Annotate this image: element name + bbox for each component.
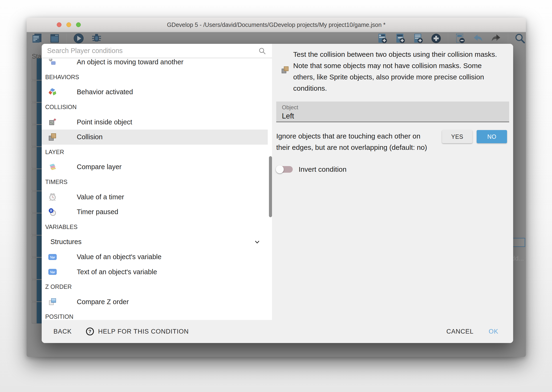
section-header: POSITION <box>42 309 272 320</box>
description-line: Note that some objects may not have coll… <box>293 60 509 71</box>
section-header: BEHAVIORS <box>42 70 272 85</box>
var-icon: Var <box>48 268 57 276</box>
event-row-sliver <box>32 103 42 124</box>
add-button-fragment: dd... <box>511 255 524 262</box>
desktop: GDevelop 5 - /Users/david/Documents/GDev… <box>0 0 552 392</box>
close-button[interactable] <box>57 22 62 27</box>
search-input[interactable] <box>42 44 272 58</box>
condition-item[interactable]: Structures <box>42 234 268 250</box>
add-event-icon[interactable] <box>376 33 389 44</box>
search-row <box>42 44 272 58</box>
condition-label: Compare Z order <box>77 298 129 306</box>
timer-paused-icon <box>48 208 57 216</box>
condition-item[interactable]: Timer paused <box>42 204 268 220</box>
invert-condition-toggle[interactable] <box>276 166 293 173</box>
event-row-sliver <box>32 58 42 80</box>
event-row-sliver <box>32 81 42 102</box>
object-field-value[interactable]: Left <box>282 112 294 120</box>
invert-condition-label: Invert condition <box>299 164 346 175</box>
event-row-sliver <box>32 191 42 213</box>
condition-label: Compare layer <box>77 163 122 171</box>
toolbar-separator <box>448 33 448 44</box>
description-line: Test the collision between two objects u… <box>293 49 509 60</box>
scene-editor-icon[interactable] <box>48 33 61 44</box>
help-button-label: HELP FOR THIS CONDITION <box>98 328 189 335</box>
event-row-sliver <box>32 280 42 301</box>
add-subevent-icon[interactable] <box>394 33 407 44</box>
yes-button[interactable]: YES <box>442 130 472 143</box>
chevron-down-icon[interactable] <box>254 238 261 245</box>
cancel-button[interactable]: CANCEL <box>441 325 479 338</box>
event-row-sliver <box>32 125 42 146</box>
layers-icon <box>48 163 57 171</box>
section-header: Z ORDER <box>42 279 272 294</box>
minimize-button[interactable] <box>66 22 71 27</box>
project-manager-icon[interactable] <box>30 33 43 44</box>
event-row-sliver <box>32 147 42 168</box>
undo-icon[interactable] <box>471 33 485 44</box>
collision-icon <box>48 133 57 141</box>
list-scrollbar[interactable] <box>269 156 272 217</box>
condition-details-panel: Test the collision between two objects u… <box>272 44 513 320</box>
titlebar[interactable]: GDevelop 5 - /Users/david/Documents/GDev… <box>27 18 526 32</box>
ok-button[interactable]: OK <box>483 325 504 338</box>
toggle-thumb[interactable] <box>276 165 284 173</box>
add-more-events-icon[interactable] <box>429 33 443 44</box>
condition-label: Point inside object <box>77 118 132 126</box>
debug-icon[interactable] <box>90 33 103 44</box>
delete-event-icon[interactable] <box>454 33 467 44</box>
help-button[interactable]: ? HELP FOR THIS CONDITION <box>80 324 194 339</box>
condition-label: Timer paused <box>77 208 118 216</box>
timer-icon <box>48 193 57 201</box>
svg-text:Var: Var <box>50 255 55 259</box>
back-button[interactable]: BACK <box>48 325 77 338</box>
description-line: others, like Sprite objects, also provid… <box>293 71 509 83</box>
behavior-icon <box>48 88 57 96</box>
condition-item[interactable]: VarText of an object's variable <box>42 264 268 279</box>
condition-label: Value of a timer <box>77 193 124 201</box>
point-inside-icon <box>48 118 57 126</box>
description-line: conditions. <box>293 83 509 94</box>
search-icon <box>258 47 266 55</box>
section-header: TIMERS <box>42 175 272 190</box>
moving-toward-icon <box>48 59 57 66</box>
help-icon: ? <box>85 327 94 336</box>
redo-icon[interactable] <box>489 33 503 44</box>
condition-item[interactable]: Compare Z order <box>42 294 268 309</box>
condition-item[interactable]: Compare layer <box>42 160 268 175</box>
condition-item[interactable]: Collision <box>42 130 268 145</box>
no-button[interactable]: NO <box>477 130 507 143</box>
conditions-list: An object is moving toward anotherBEHAVI… <box>42 59 272 320</box>
condition-label: An object is moving toward another <box>77 59 183 66</box>
condition-label: Behavior activated <box>77 88 133 96</box>
zoom-button[interactable] <box>76 22 81 27</box>
window-title: GDevelop 5 - /Users/david/Documents/GDev… <box>27 18 526 32</box>
condition-label: Value of an object's variable <box>77 253 162 261</box>
event-row-sliver <box>32 169 42 191</box>
condition-item[interactable]: Point inside object <box>42 114 268 130</box>
section-header: COLLISION <box>42 100 272 115</box>
object-field[interactable]: Object Left <box>276 102 509 122</box>
add-comment-icon[interactable] <box>412 33 425 44</box>
collision-icon <box>281 66 289 74</box>
condition-item[interactable]: Value of a timer <box>42 189 268 204</box>
event-row-sliver <box>32 302 42 323</box>
event-row-sliver <box>32 236 42 257</box>
toolbar-right <box>376 33 526 44</box>
conditions-panel: An object is moving toward anotherBEHAVI… <box>42 44 272 320</box>
condition-item[interactable]: VarValue of an object's variable <box>42 250 268 265</box>
events-sheet-sliver <box>32 58 42 324</box>
condition-label: Structures <box>50 238 82 246</box>
condition-item[interactable]: Behavior activated <box>42 84 268 100</box>
condition-label: Text of an object's variable <box>77 268 157 276</box>
condition-description: Test the collision between two objects u… <box>293 49 509 94</box>
preview-play-icon[interactable] <box>72 33 85 44</box>
search-events-icon[interactable] <box>513 33 526 44</box>
zorder-icon <box>48 298 57 306</box>
section-header: VARIABLES <box>42 220 272 235</box>
conditions-list-viewport[interactable]: An object is moving toward anotherBEHAVI… <box>42 59 272 320</box>
toolbar-separator <box>508 33 508 44</box>
condition-item[interactable]: An object is moving toward another <box>42 59 268 70</box>
section-header: LAYER <box>42 145 272 160</box>
condition-editor-dialog: An object is moving toward anotherBEHAVI… <box>42 44 513 343</box>
